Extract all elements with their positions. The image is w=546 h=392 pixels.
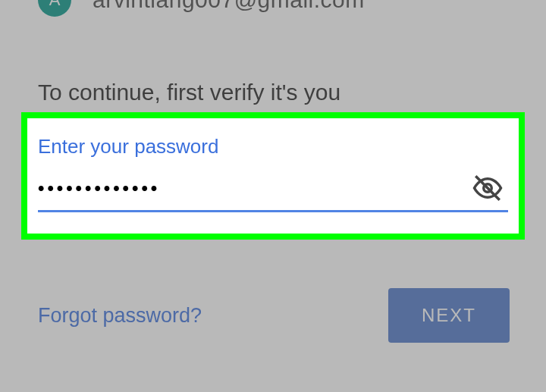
password-highlight-box: Enter your password ••••••••••••• [21, 112, 525, 240]
bottom-actions-row: Forgot password? NEXT [38, 288, 510, 343]
visibility-off-icon[interactable] [472, 172, 504, 204]
next-button[interactable]: NEXT [388, 288, 510, 343]
password-label: Enter your password [38, 135, 508, 158]
avatar: A [38, 0, 71, 17]
forgot-password-link[interactable]: Forgot password? [38, 304, 202, 328]
password-input[interactable]: ••••••••••••• [38, 177, 472, 199]
password-field-row: ••••••••••••• [38, 172, 508, 212]
account-row[interactable]: A arvintiang007@gmail.com [0, 0, 546, 8]
avatar-letter: A [49, 0, 61, 10]
account-email: arvintiang007@gmail.com [93, 0, 365, 13]
verify-heading: To continue, first verify it's you [0, 80, 546, 105]
